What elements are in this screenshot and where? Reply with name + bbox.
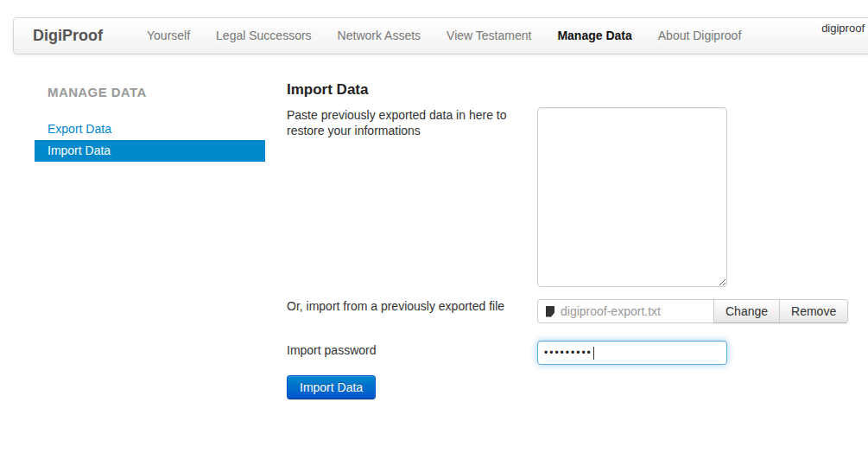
sidebar-heading: MANAGE DATA: [35, 85, 265, 99]
password-masked-value: •••••••••: [544, 348, 592, 358]
sidebar: MANAGE DATA Export Data Import Data: [35, 85, 265, 162]
file-input-group: digiproof-export.txt Change Remove: [537, 299, 848, 323]
sidebar-item-import-data[interactable]: Import Data: [35, 140, 265, 162]
selected-file-well[interactable]: digiproof-export.txt: [537, 299, 714, 323]
paste-data-label: Paste previously exported data in here t…: [287, 107, 522, 138]
import-password-input[interactable]: •••••••••: [537, 341, 727, 365]
main-content: Import Data Paste previously exported da…: [287, 0, 865, 466]
page-title: Import Data: [287, 81, 368, 99]
nav-item-yourself[interactable]: Yourself: [134, 18, 203, 54]
paste-data-textarea[interactable]: [537, 107, 727, 287]
selected-file-name: digiproof-export.txt: [561, 304, 661, 318]
file-icon: [546, 306, 554, 317]
remove-file-button[interactable]: Remove: [779, 299, 848, 323]
import-password-label: Import password: [287, 342, 376, 358]
change-file-button[interactable]: Change: [713, 299, 780, 323]
brand-logo[interactable]: DigiProof: [14, 27, 122, 45]
sidebar-item-export-data[interactable]: Export Data: [35, 118, 265, 140]
import-file-label: Or, import from a previously exported fi…: [287, 298, 504, 314]
text-caret: [593, 347, 594, 360]
import-data-submit-button[interactable]: Import Data: [287, 375, 376, 399]
